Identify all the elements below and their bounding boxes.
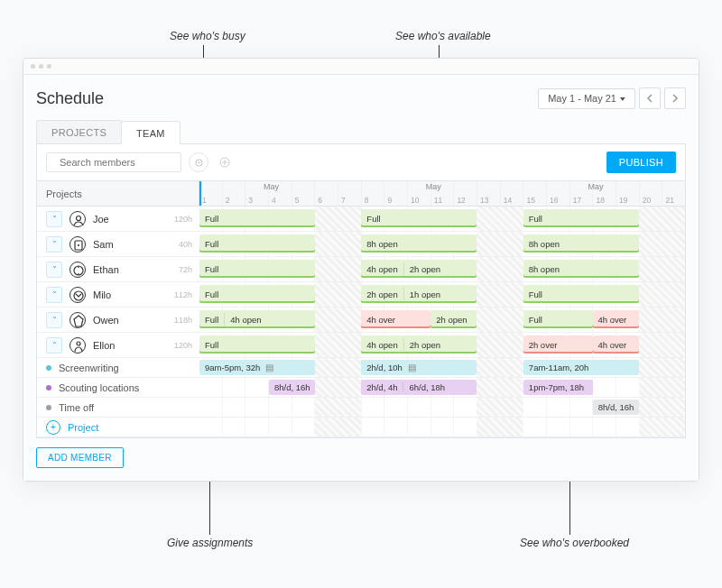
member-hours: 40h — [179, 240, 192, 249]
assignment-bar[interactable]: 8h/d, 16h — [269, 380, 315, 395]
availability-bar[interactable]: Full — [199, 234, 315, 253]
member-name: Owen — [93, 315, 119, 326]
search-input[interactable] — [60, 157, 184, 168]
annotation-available: See who's available — [395, 30, 491, 42]
add-project-label: Project — [68, 422, 98, 433]
member-row: ˄Ellon120h⋮⋮Full4h open2h open2h over4h … — [37, 333, 685, 358]
window-control-icon — [39, 64, 43, 69]
assignment-bar[interactable]: 7am-11am, 20h — [523, 360, 639, 375]
chevron-down-icon: ˅ — [52, 216, 57, 223]
add-project-row[interactable]: + Project — [37, 418, 685, 437]
tabs: PROJECTS TEAM — [36, 120, 686, 144]
publish-button[interactable]: PUBLISH — [606, 152, 676, 173]
assignment-bar[interactable]: 1pm-7pm, 18h — [523, 380, 593, 395]
project-label: Time off — [59, 402, 94, 413]
window-control-icon — [47, 64, 51, 69]
date-prev-button[interactable] — [639, 87, 661, 109]
avatar-icon — [69, 312, 86, 328]
chevron-right-icon — [671, 94, 679, 103]
availability-bar[interactable]: 2h over — [523, 335, 593, 354]
member-hours: 112h — [174, 290, 192, 299]
collapse-button[interactable]: ˄ — [46, 337, 62, 354]
assignment-bar[interactable]: 9am-5pm, 32h▤ — [199, 360, 315, 375]
search-input-wrapper[interactable] — [46, 152, 181, 172]
date-range-label: May 1 - May 21 — [548, 93, 616, 104]
chevron-left-icon — [646, 94, 653, 103]
availability-bar[interactable]: Full — [199, 335, 315, 354]
tab-team[interactable]: TEAM — [121, 121, 180, 144]
member-hours: 72h — [179, 265, 192, 274]
caret-down-icon: ▾ — [620, 94, 625, 102]
chevron-down-icon: ˅ — [52, 291, 57, 299]
availability-bar[interactable]: 8h open — [523, 260, 639, 278]
project-color-icon — [46, 405, 51, 410]
chevron-down-icon: ˅ — [52, 317, 57, 324]
plus-circle-icon: + — [46, 420, 60, 435]
availability-bar[interactable]: 4h open2h open — [361, 335, 477, 354]
availability-bar[interactable]: 2h open1h open — [361, 285, 477, 303]
member-row: ˅Owen118h⋮⋮Full4h open4h over2h openFull… — [37, 308, 685, 333]
availability-bar[interactable]: 4h over — [593, 335, 639, 354]
window-control-icon — [31, 64, 35, 69]
target-icon — [194, 158, 204, 168]
avatar-icon — [69, 262, 86, 278]
svg-point-7 — [78, 244, 79, 246]
task-row-scouting: Scouting locations 8h/d, 16h 2h/d, 4h6h/… — [37, 378, 685, 398]
expand-button[interactable]: ˅ — [46, 211, 62, 227]
annotation-overbooked: See who's overbooked — [520, 537, 629, 549]
window-titlebar — [23, 59, 699, 75]
svg-point-10 — [77, 342, 80, 345]
expand-button[interactable]: ˅ — [46, 312, 62, 328]
availability-bar[interactable]: 8h open — [361, 234, 477, 253]
availability-bar[interactable]: Full — [199, 260, 315, 278]
project-color-icon — [46, 385, 51, 390]
availability-bar[interactable]: Full — [523, 209, 639, 227]
availability-bar[interactable]: Full — [523, 285, 639, 303]
assignment-bar[interactable]: 2h/d, 4h6h/d, 18h — [361, 380, 477, 395]
expand-button[interactable]: ˅ — [46, 262, 62, 278]
grid-header-projects: Projects — [37, 181, 199, 207]
task-row-timeoff: Time off 8h/d, 16h — [37, 398, 685, 418]
availability-bar[interactable]: Full — [199, 285, 315, 303]
availability-bar[interactable]: Full4h open — [199, 310, 315, 328]
assignment-bar[interactable]: 2h/d, 10h▤ — [361, 360, 477, 375]
member-hours: 120h — [174, 341, 192, 350]
page-title: Schedule — [36, 89, 104, 108]
avatar-icon — [69, 287, 86, 303]
availability-bar[interactable]: 2h open — [430, 310, 477, 328]
availability-bar[interactable]: 4h open2h open — [361, 260, 477, 278]
pin-icon: ▤ — [408, 363, 416, 372]
availability-bar[interactable]: Full — [199, 209, 315, 227]
chevron-down-icon: ˅ — [52, 241, 57, 248]
availability-bar[interactable]: 4h over — [593, 310, 639, 328]
annotation-busy: See who's busy — [170, 30, 245, 42]
pin-icon: ▤ — [265, 363, 273, 372]
avatar-icon — [69, 337, 86, 354]
plus-circle-icon — [219, 157, 230, 168]
member-name: Milo — [93, 289, 111, 300]
availability-bar[interactable]: Full — [361, 209, 477, 227]
tab-projects[interactable]: PROJECTS — [36, 120, 122, 143]
member-name: Ellon — [93, 340, 115, 351]
app-window: Schedule May 1 - May 21 ▾ PROJECTS TEAM — [23, 58, 699, 482]
schedule-grid: Projects 1234May567891011May121314151617… — [36, 181, 686, 438]
availability-bar[interactable]: 4h over — [361, 310, 430, 328]
availability-bar[interactable]: 8h open — [523, 234, 639, 253]
member-row: ˅Ethan72h⋮⋮Full4h open2h open8h open — [37, 257, 685, 282]
add-member-button[interactable]: ADD MEMBER — [36, 447, 124, 468]
day-grid-bg — [199, 418, 685, 436]
member-row: ˅Milo112h⋮⋮Full2h open1h openFull — [37, 282, 685, 308]
add-button[interactable] — [216, 153, 234, 171]
avatar-icon — [69, 236, 86, 253]
date-range-picker[interactable]: May 1 - May 21 ▾ — [538, 88, 635, 109]
member-row: ˅Joe120h⋮⋮FullFullFull — [37, 207, 685, 232]
assignment-bar[interactable]: 8h/d, 16h — [593, 400, 639, 415]
availability-bar[interactable]: Full — [523, 310, 593, 328]
filter-button[interactable] — [189, 152, 208, 172]
expand-button[interactable]: ˅ — [46, 236, 62, 253]
member-name: Joe — [93, 214, 109, 225]
member-name: Ethan — [93, 264, 119, 275]
date-next-button[interactable] — [664, 87, 686, 109]
project-label: Screenwriting — [59, 363, 119, 373]
expand-button[interactable]: ˅ — [46, 287, 62, 303]
